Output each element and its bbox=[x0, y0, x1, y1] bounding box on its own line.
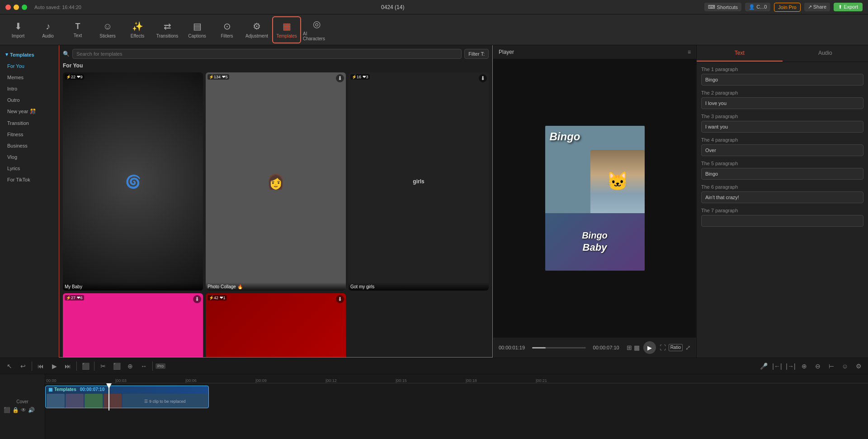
tool-b[interactable]: ⬛ bbox=[111, 360, 123, 372]
replace-badge: ☰ 9 clip to be replaced bbox=[123, 394, 208, 408]
player-extra-controls: ⛶ Ratio ⤢ bbox=[660, 344, 691, 351]
align-left[interactable]: ⊢ bbox=[826, 360, 837, 372]
templates-icon: ▦ bbox=[283, 21, 291, 32]
tab-audio[interactable]: Audio bbox=[783, 45, 868, 62]
playhead[interactable] bbox=[108, 383, 109, 410]
delete-tool[interactable]: ⬛ bbox=[80, 360, 91, 372]
player-title: Player bbox=[499, 49, 514, 55]
export-button[interactable]: ⬆ Export bbox=[834, 3, 863, 11]
autosave-label: Auto saved: 16:44:20 bbox=[34, 5, 81, 10]
timeline-ruler: 00:00 |00:03 |00:06 |00:09 |00:12 |00:15… bbox=[45, 374, 868, 383]
tool-text[interactable]: T Text bbox=[63, 16, 92, 43]
prev-frame[interactable]: ⏮ bbox=[35, 360, 47, 372]
play-tool[interactable]: ▶ bbox=[48, 360, 60, 372]
template-rizzler[interactable]: Rizzler.. Image 1 ⚡42 ❤1 ⬇ Rizzler bbox=[206, 293, 346, 358]
sidebar-item-transition[interactable]: Transition bbox=[2, 118, 57, 129]
filter-button[interactable]: Filter T: bbox=[464, 49, 489, 59]
joinpro-button[interactable]: Join Pro bbox=[774, 3, 800, 12]
para-input-4[interactable] bbox=[701, 144, 863, 156]
template-my-baby[interactable]: 🌀 ⚡22 ❤9 My Baby bbox=[63, 72, 203, 291]
ratio-button[interactable]: Ratio bbox=[669, 344, 683, 351]
play-button[interactable]: ▶ bbox=[643, 341, 656, 354]
next-frame[interactable]: ⏭ bbox=[62, 360, 74, 372]
emoji-tool[interactable]: ☺ bbox=[839, 360, 851, 372]
timeline: ↖ ↩ ⏮ ▶ ⏭ ⬛ ✂ ⬛ ⊕ ↔ Pro 🎤 |←| |→| ⊕ ⊖ ⊢ … bbox=[0, 358, 868, 439]
clip-thumb-3 bbox=[85, 394, 103, 408]
tool-d[interactable]: ↔ bbox=[138, 360, 150, 372]
tool-transitions[interactable]: ⇄ Transitions bbox=[153, 16, 182, 43]
track-icon-audio[interactable]: 👁 bbox=[21, 407, 26, 413]
para-input-5[interactable] bbox=[701, 168, 863, 180]
trim-tool[interactable]: |←| bbox=[771, 360, 783, 372]
paragraph-4: The 4 paragraph bbox=[701, 137, 863, 156]
zoom-in[interactable]: ⊕ bbox=[798, 360, 810, 372]
cursor-tool[interactable]: ↖ bbox=[4, 360, 15, 372]
sidebar-item-new-year[interactable]: New year 🎊 bbox=[2, 106, 57, 117]
sidebar-item-outro[interactable]: Outro bbox=[2, 95, 57, 105]
export-icon: ⬆ bbox=[838, 4, 842, 10]
sidebar-collapse-icon[interactable]: ▾ bbox=[5, 52, 8, 57]
player-menu-icon[interactable]: ≡ bbox=[688, 49, 691, 55]
track-icon-visibility[interactable]: 🔒 bbox=[12, 407, 19, 413]
clip-templates[interactable]: ▦ Templates 00:00:07:10 ☰ 9 clip to be r… bbox=[45, 386, 209, 408]
effects-icon: ✨ bbox=[132, 21, 143, 32]
transitions-icon: ⇄ bbox=[164, 21, 171, 32]
download-button[interactable]: ⬇ bbox=[479, 74, 487, 82]
shortcuts-button[interactable]: ⌨ Shortcuts bbox=[704, 3, 741, 11]
progress-bar[interactable] bbox=[532, 347, 585, 348]
template-photo-collage[interactable]: 👩 ⚡134 ❤5 ⬇ Photo Collage 🔥 bbox=[206, 72, 346, 291]
tool-ai-characters[interactable]: ◎ AI Characters bbox=[302, 16, 331, 43]
main-area: ▾ Templates For You Memes Intro Outro Ne… bbox=[0, 45, 868, 358]
sidebar-item-intro[interactable]: Intro bbox=[2, 83, 57, 94]
view-controls: ⊞ ▦ bbox=[627, 344, 640, 351]
sidebar-item-lyrics[interactable]: Lyrics bbox=[2, 163, 57, 174]
share-button[interactable]: ↗ Share bbox=[804, 3, 830, 11]
para-input-3[interactable] bbox=[701, 121, 863, 133]
para-input-6[interactable] bbox=[701, 191, 863, 203]
close-button[interactable] bbox=[5, 5, 11, 10]
settings-icon[interactable]: ⚙ bbox=[853, 360, 864, 372]
zoom-out[interactable]: ⊖ bbox=[812, 360, 824, 372]
sidebar-item-for-tiktok[interactable]: For TikTok bbox=[2, 174, 57, 185]
sidebar-item-fitness[interactable]: Fitness bbox=[2, 129, 57, 140]
download-button[interactable]: ⬇ bbox=[336, 74, 344, 82]
tool-filters[interactable]: ⊙ Filters bbox=[212, 16, 241, 43]
grid-view-2-icon[interactable]: ▦ bbox=[634, 344, 640, 351]
para-input-1[interactable] bbox=[701, 74, 863, 86]
grid-view-icon[interactable]: ⊞ bbox=[627, 344, 632, 351]
tool-adjustment[interactable]: ⚙ Adjustment bbox=[242, 16, 271, 43]
tool-effects[interactable]: ✨ Effects bbox=[123, 16, 152, 43]
track-icon-lock[interactable]: ⬛ bbox=[4, 407, 10, 413]
tool-stickers[interactable]: ☺ Stickers bbox=[93, 16, 122, 43]
sidebar-item-for-you[interactable]: For You bbox=[2, 61, 57, 72]
tool-c[interactable]: ⊕ bbox=[124, 360, 136, 372]
minimize-button[interactable] bbox=[14, 5, 19, 10]
undo-tool[interactable]: ↩ bbox=[17, 360, 29, 372]
tool-captions[interactable]: ▤ Captions bbox=[183, 16, 212, 43]
tool-templates[interactable]: ▦ Templates bbox=[272, 16, 301, 43]
sidebar-item-vlog[interactable]: Vlog bbox=[2, 152, 57, 162]
template-my-girls2[interactable]: my girls ⚡27 ❤6 ⬇ my girls🤩 bbox=[63, 293, 203, 358]
expand-icon[interactable]: ⤢ bbox=[685, 344, 691, 351]
mic-tool[interactable]: 🎤 bbox=[758, 360, 769, 372]
search-input[interactable] bbox=[72, 49, 462, 59]
tool-import[interactable]: ⬇ Import bbox=[4, 16, 33, 43]
sidebar-item-memes[interactable]: Memes bbox=[2, 72, 57, 83]
track-icon-mute[interactable]: 🔊 bbox=[28, 407, 35, 413]
tool-audio[interactable]: ♪ Audio bbox=[33, 16, 62, 43]
split-tool[interactable]: ✂ bbox=[97, 360, 109, 372]
adjustment-icon: ⚙ bbox=[253, 21, 261, 32]
sidebar-item-business[interactable]: Business bbox=[2, 140, 57, 151]
split-tool2[interactable]: |→| bbox=[785, 360, 797, 372]
para-input-7[interactable] bbox=[701, 215, 863, 227]
credit-button[interactable]: 👤 C...0 bbox=[745, 3, 770, 11]
template-got-my-girls[interactable]: girls ⚡16 ❤3 ⬇ Got my girls bbox=[349, 72, 489, 291]
template-stats: ⚡27 ❤6 bbox=[65, 295, 84, 301]
tab-text[interactable]: Text bbox=[697, 45, 783, 62]
para-input-2[interactable] bbox=[701, 97, 863, 109]
captions-icon: ▤ bbox=[193, 21, 202, 32]
clip-label: ▦ Templates 00:00:07:10 bbox=[46, 386, 208, 393]
titlebar: Auto saved: 16:44:20 0424 (14) ⌨ Shortcu… bbox=[0, 0, 868, 14]
fullscreen-icon[interactable]: ⛶ bbox=[660, 344, 666, 351]
maximize-button[interactable] bbox=[22, 5, 27, 10]
